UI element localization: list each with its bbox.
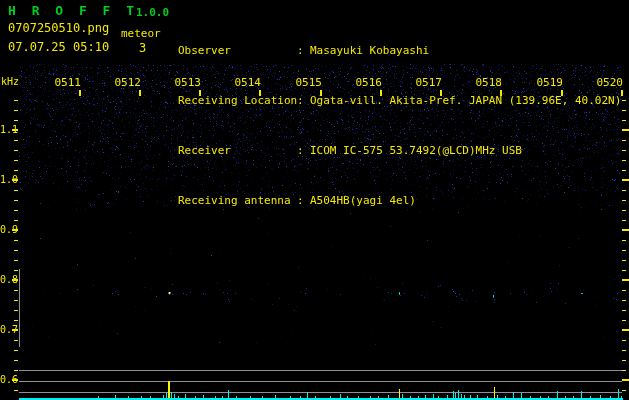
output-filename: 0707250510.png (8, 21, 109, 35)
info-value: ICOM IC-575 53.7492(@LCD)MHz USB (310, 145, 522, 157)
x-axis-label: 0513 (175, 76, 202, 89)
x-axis-label: 0512 (115, 76, 142, 89)
x-axis-label: 0515 (296, 76, 323, 89)
x-axis-label: 0518 (476, 76, 503, 89)
info-value: Masayuki Kobayashi (310, 45, 429, 57)
y-axis-label: 0.7 (0, 324, 14, 335)
info-colon: : (297, 145, 310, 157)
y-axis-label: 1.0 (0, 174, 14, 185)
x-axis-label: 0514 (235, 76, 262, 89)
app-version: 1.0.0 (136, 6, 169, 19)
info-colon: : (297, 195, 310, 207)
info-row-observer: Observer:Masayuki Kobayashi (178, 45, 628, 57)
hrofft-output-image: H R O F F T 1.0.0 0707250510.png meteor … (0, 0, 629, 400)
info-label: Receiving antenna (178, 195, 297, 207)
x-axis-label: 0516 (356, 76, 383, 89)
station-info-block: Observer:Masayuki Kobayashi Receiving Lo… (178, 7, 628, 245)
info-row-antenna: Receiving antenna:A504HB(yagi 4el) (178, 195, 628, 207)
x-axis-label: 0519 (537, 76, 564, 89)
x-axis-label: 0520 (597, 76, 624, 89)
info-label: Receiver (178, 145, 297, 157)
info-label: Observer (178, 45, 297, 57)
x-axis-label: 0511 (55, 76, 82, 89)
info-label: Receiving Location (178, 95, 297, 107)
y-axis-label: 1.1 (0, 124, 14, 135)
info-colon: : (297, 45, 310, 57)
observation-datetime: 07.07.25 05:10 (8, 40, 109, 54)
y-axis-unit-label: kHz (1, 76, 19, 87)
info-row-location: Receiving Location:Ogata-vill. Akita-Pre… (178, 95, 628, 107)
y-axis-label: 0.8 (0, 274, 14, 285)
y-axis-label: 0.6 (0, 374, 14, 385)
meteor-count: 3 (139, 41, 146, 55)
info-colon: : (297, 95, 310, 107)
info-value: Ogata-vill. Akita-Pref. JAPAN (139.96E, … (310, 95, 621, 107)
mode-label: meteor (121, 27, 161, 40)
y-axis-label: 0.9 (0, 224, 14, 235)
info-row-receiver: Receiver:ICOM IC-575 53.7492(@LCD)MHz US… (178, 145, 628, 157)
info-value: A504HB(yagi 4el) (310, 195, 416, 207)
x-axis-label: 0517 (416, 76, 443, 89)
app-title: H R O F F T (8, 3, 138, 18)
